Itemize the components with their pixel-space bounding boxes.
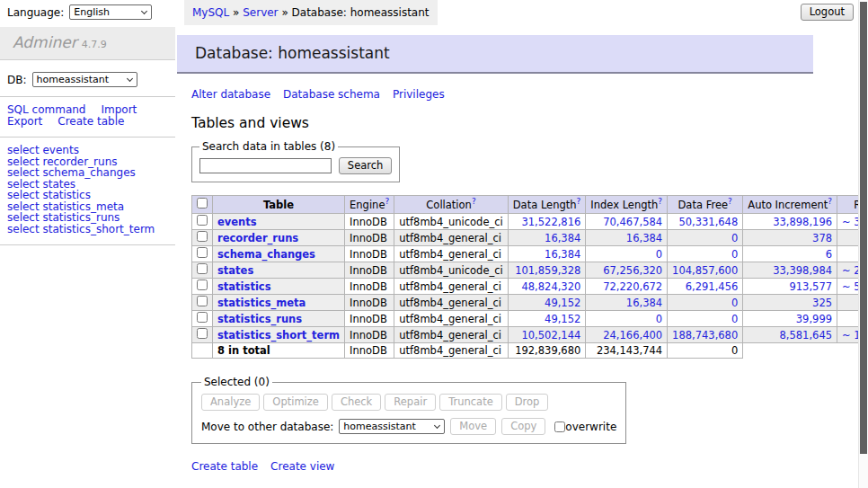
main-content: MySQL » Server » Database: homeassistant… bbox=[175, 0, 813, 488]
data-length-link[interactable]: 16,384 bbox=[545, 232, 580, 244]
table-link-statistics-short-term[interactable]: statistics_short_term bbox=[217, 329, 340, 342]
help-link[interactable]: ? bbox=[472, 197, 476, 206]
breadcrumb-separator: » bbox=[233, 6, 239, 19]
table-link-states[interactable]: states bbox=[217, 264, 253, 277]
row-checkbox-statistics-runs[interactable] bbox=[197, 312, 208, 323]
search-input[interactable] bbox=[199, 158, 332, 173]
data-free-link[interactable]: 0 bbox=[731, 297, 738, 309]
data-free-link[interactable]: 6,291,456 bbox=[686, 280, 739, 293]
table-row-statistics: statisticsInnoDButf8mb4_general_ci48,824… bbox=[192, 279, 868, 295]
row-checkbox-schema-changes[interactable] bbox=[197, 247, 208, 258]
table-link-schema-changes[interactable]: schema_changes bbox=[217, 248, 315, 261]
auto-increment-link[interactable]: 8,581,645 bbox=[780, 329, 833, 342]
scrollbar[interactable] bbox=[858, 0, 868, 488]
index-length-cell: 24,166,400 bbox=[586, 327, 668, 343]
help-link[interactable]: ? bbox=[472, 197, 476, 206]
link-create-view[interactable]: Create view bbox=[270, 460, 334, 473]
sidebar-link-export[interactable]: Export bbox=[7, 116, 42, 128]
help-link[interactable]: ? bbox=[828, 197, 832, 206]
table-link-events[interactable]: events bbox=[217, 216, 257, 228]
sidebar-link-create-table[interactable]: Create table bbox=[58, 116, 124, 128]
index-length-link[interactable]: 72,220,672 bbox=[603, 280, 662, 293]
overwrite-checkbox[interactable] bbox=[554, 421, 565, 432]
link-alter-database[interactable]: Alter database bbox=[191, 88, 270, 101]
data-free-link[interactable]: 0 bbox=[731, 232, 738, 244]
data-length-link[interactable]: 49,152 bbox=[545, 313, 580, 325]
auto-increment-link[interactable]: 33,398,984 bbox=[773, 264, 832, 277]
row-checkbox-statistics-short-term[interactable] bbox=[197, 328, 208, 339]
breadcrumb-link-server[interactable]: Server bbox=[243, 6, 278, 19]
index-length-link[interactable]: 70,467,584 bbox=[603, 216, 662, 228]
data-free-link[interactable]: 50,331,648 bbox=[678, 216, 738, 228]
sidebar-actions: SQL commandImportExportCreate table bbox=[0, 97, 175, 138]
column-header-data-free: Data Free? bbox=[668, 196, 743, 214]
data-free-link[interactable]: 0 bbox=[731, 313, 738, 325]
repair-button[interactable]: Repair bbox=[385, 394, 436, 411]
index-length-link[interactable]: 24,166,400 bbox=[603, 329, 662, 342]
row-checkbox-states[interactable] bbox=[197, 263, 208, 274]
link-database-schema[interactable]: Database schema bbox=[283, 88, 380, 101]
help-link[interactable]: ? bbox=[385, 197, 389, 206]
link-create-table[interactable]: Create table bbox=[191, 460, 258, 473]
move-db-select[interactable]: homeassistant bbox=[339, 419, 445, 434]
index-length-link[interactable]: 16,384 bbox=[626, 232, 662, 244]
link-privileges[interactable]: Privileges bbox=[393, 88, 445, 101]
check-button[interactable]: Check bbox=[332, 394, 381, 411]
truncate-button[interactable]: Truncate bbox=[439, 394, 502, 411]
row-checkbox-statistics-meta[interactable] bbox=[197, 296, 208, 306]
data-length-link[interactable]: 10,502,144 bbox=[521, 329, 580, 342]
auto-increment-link[interactable]: 325 bbox=[812, 297, 832, 309]
data-length-link[interactable]: 49,152 bbox=[545, 297, 580, 309]
table-row-schema-changes: schema_changesInnoDButf8mb4_general_ci16… bbox=[192, 246, 868, 262]
help-link[interactable]: ? bbox=[385, 197, 389, 206]
drop-button[interactable]: Drop bbox=[506, 394, 549, 411]
table-link-statistics-runs[interactable]: statistics_runs bbox=[217, 313, 302, 325]
index-length-link[interactable]: 0 bbox=[656, 313, 662, 325]
row-checkbox-recorder-runs[interactable] bbox=[197, 231, 208, 242]
table-row-statistics-runs: statistics_runsInnoDButf8mb4_general_ci4… bbox=[192, 311, 868, 327]
sidebar-link-select-statistics-short-term[interactable]: select statistics_short_term bbox=[7, 223, 155, 235]
auto-increment-link[interactable]: 39,999 bbox=[796, 313, 832, 325]
analyze-button[interactable]: Analyze bbox=[201, 394, 260, 411]
checkbox-cell bbox=[192, 311, 213, 327]
data-length-link[interactable]: 16,384 bbox=[545, 248, 580, 261]
help-link[interactable]: ? bbox=[577, 197, 581, 206]
language-select[interactable]: English bbox=[69, 4, 152, 20]
help-link[interactable]: ? bbox=[658, 197, 662, 206]
auto-increment-link[interactable]: 913,577 bbox=[789, 280, 832, 293]
help-link[interactable]: ? bbox=[658, 197, 662, 206]
row-checkbox-events[interactable] bbox=[197, 215, 208, 226]
data-free-link[interactable]: 0 bbox=[731, 248, 738, 261]
help-link[interactable]: ? bbox=[828, 197, 832, 206]
select-all-checkbox[interactable] bbox=[197, 198, 208, 209]
help-link[interactable]: ? bbox=[728, 197, 732, 206]
auto-increment-link[interactable]: 33,898,196 bbox=[773, 216, 832, 228]
auto-increment-cell: 33,898,196 bbox=[743, 214, 837, 230]
help-link[interactable]: ? bbox=[728, 197, 732, 206]
help-link[interactable]: ? bbox=[577, 197, 581, 206]
scrollbar-thumb[interactable] bbox=[860, 2, 867, 454]
search-button[interactable]: Search bbox=[339, 157, 393, 174]
engine-cell: InnoDB bbox=[345, 295, 394, 311]
db-select[interactable]: homeassistant bbox=[32, 72, 137, 87]
table-link-statistics[interactable]: statistics bbox=[217, 280, 271, 293]
index-length-link[interactable]: 0 bbox=[656, 248, 662, 261]
breadcrumb-link-mysql[interactable]: MySQL bbox=[192, 6, 229, 19]
auto-increment-link[interactable]: 378 bbox=[812, 232, 832, 244]
index-length-link[interactable]: 67,256,320 bbox=[603, 264, 662, 277]
auto-increment-link[interactable]: 6 bbox=[826, 248, 832, 261]
data-length-link[interactable]: 101,859,328 bbox=[515, 264, 580, 277]
data-free-link[interactable]: 188,743,680 bbox=[672, 329, 738, 342]
table-row-states: statesInnoDButf8mb4_unicode_ci101,859,32… bbox=[192, 262, 868, 279]
copy-button[interactable]: Copy bbox=[501, 418, 545, 435]
data-length-link[interactable]: 48,824,320 bbox=[521, 280, 580, 293]
optimize-button[interactable]: Optimize bbox=[263, 394, 328, 411]
row-checkbox-statistics[interactable] bbox=[197, 279, 208, 290]
table-link-recorder-runs[interactable]: recorder_runs bbox=[217, 232, 298, 244]
data-free-link[interactable]: 104,857,600 bbox=[672, 264, 738, 277]
index-length-link[interactable]: 16,384 bbox=[626, 297, 662, 309]
data-length-link[interactable]: 31,522,816 bbox=[521, 216, 580, 228]
move-db-select-value: homeassistant bbox=[343, 421, 416, 432]
table-link-statistics-meta[interactable]: statistics_meta bbox=[217, 297, 306, 309]
move-button[interactable]: Move bbox=[450, 418, 496, 435]
